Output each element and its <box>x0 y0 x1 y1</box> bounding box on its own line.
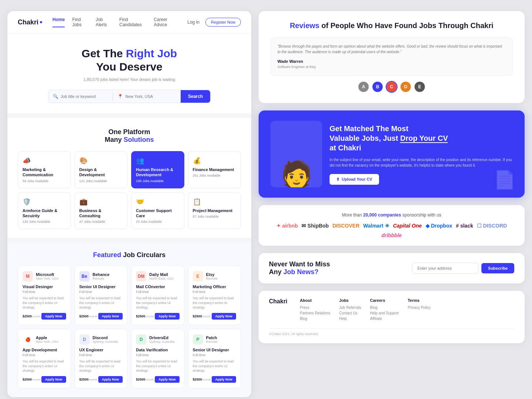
category-jobs: 130 Jobs Available <box>23 220 66 224</box>
footer-link[interactable]: Contact Us <box>339 311 361 315</box>
job-card: E Etsy Remote Marketing Officer Full-tim… <box>188 266 241 325</box>
job-card: 🍎 Apple New York, USA App Development Fu… <box>18 329 71 388</box>
company-airbnb: ✦ airbnb <box>276 223 298 229</box>
company-dribbble: dribbble <box>381 232 402 238</box>
apply-button[interactable]: Apply Now <box>41 313 66 320</box>
avatar-circle[interactable]: D <box>400 81 412 93</box>
company-logo: E <box>193 271 203 282</box>
search-input[interactable] <box>61 94 108 99</box>
company-location: Sydney, Australia <box>149 340 175 344</box>
footer-link[interactable]: Blog <box>370 306 399 310</box>
nav-job-alerts[interactable]: Job Alerts <box>96 17 112 27</box>
job-description: You will be expected to lead the company… <box>23 296 66 310</box>
job-card: D DriversEd Sydney, Australia Data Varif… <box>131 329 184 388</box>
apply-button[interactable]: Apply Now <box>41 376 66 383</box>
register-button[interactable]: Register Now <box>205 18 241 27</box>
companies-section: More than 20,000 companies sponsorship w… <box>259 205 525 246</box>
category-card[interactable]: 👥 Human Research & Development 199 Jobs … <box>131 151 184 188</box>
apply-button[interactable]: Apply Now <box>212 313 236 320</box>
newsletter-form: Subscribe <box>412 263 514 274</box>
category-card[interactable]: 📣 Marketing & Communication 59 Jobs Avai… <box>18 151 71 188</box>
category-icon: 📣 <box>23 157 66 165</box>
footer-link[interactable]: Press <box>300 306 330 310</box>
job-type: Full-time <box>23 353 66 357</box>
newsletter-section: Never Want to Miss Any Job News? Subscri… <box>259 253 525 283</box>
category-jobs: 20 Jobs Available <box>136 220 180 224</box>
apply-button[interactable]: Apply Now <box>155 313 180 320</box>
job-title: Senior UI Designer <box>79 284 123 289</box>
footer-link[interactable]: Help and Support <box>370 311 399 315</box>
footer-link[interactable]: Partners Relations <box>300 311 330 315</box>
avatar-circle[interactable]: A <box>358 81 369 93</box>
category-card[interactable]: 📋 Project Management 87 Jobs Available <box>188 192 241 229</box>
category-name: Business & Consulting <box>79 208 123 219</box>
category-card[interactable]: 🛡️ Armforce Guide & Secuirity 130 Jobs A… <box>18 192 71 229</box>
job-footer: $2500/month Apply Now <box>79 376 123 383</box>
company-info: Apple New York, USA <box>36 335 59 344</box>
job-company-row: P Patch Remote <box>193 334 236 345</box>
job-company-row: DM Daily Mail North-East, USA <box>136 271 180 282</box>
job-title: UX Engineer <box>79 348 123 352</box>
category-icon: 🎨 <box>79 157 123 165</box>
location-input[interactable] <box>125 94 176 99</box>
job-title: Visual Desinger <box>23 284 66 289</box>
category-card[interactable]: 💰 Finance Management 251 Jobs Available <box>188 151 241 188</box>
company-location: New York, USA <box>36 340 59 344</box>
upload-cv-button[interactable]: ⬆ Upload Your CV <box>330 174 379 185</box>
category-card[interactable]: 🎨 Design & Development 121 Jobs Availabl… <box>75 151 128 188</box>
footer-col-heading: Jobs <box>339 298 361 303</box>
reviewer-name: Wade Warren <box>277 58 506 65</box>
job-salary: $2500/month <box>23 314 41 318</box>
footer-link[interactable]: Job Referrals <box>339 306 361 310</box>
search-button[interactable]: Search <box>181 90 210 103</box>
category-card[interactable]: 💼 Business & Consulting 47 Jobs Availabl… <box>75 192 128 229</box>
footer-link[interactable]: Help <box>339 317 361 321</box>
nav-find-candidates[interactable]: Find Candidates <box>119 17 146 27</box>
category-card[interactable]: 🤝 Customer Support Care 20 Jobs Availabl… <box>131 192 184 229</box>
company-info: Behance Remote <box>93 272 110 280</box>
avatar-circle[interactable]: E <box>414 81 426 93</box>
location-wrap: 📍 <box>113 94 181 99</box>
platform-title: One Platform Many Solutions <box>18 128 241 144</box>
job-footer: $2500/month Apply Now <box>193 376 236 383</box>
job-type: Full-time <box>23 290 66 294</box>
footer-link[interactable]: Affiliate <box>370 317 399 321</box>
review-quote: "Browse through the pages and form an op… <box>277 44 506 55</box>
nav-career-advice[interactable]: Career Advice <box>154 17 177 27</box>
avatar-circle[interactable]: B <box>372 81 383 93</box>
login-link[interactable]: Log in <box>187 20 200 25</box>
company-name: Microsoft <box>36 272 59 277</box>
avatar-circle[interactable]: C <box>386 81 398 93</box>
job-footer: $2500/month Apply Now <box>136 313 180 320</box>
company-shipbob: ✉ ShipBob <box>301 223 328 229</box>
apply-button[interactable]: Apply Now <box>212 376 236 383</box>
job-company-row: D DriversEd Sydney, Australia <box>136 334 180 345</box>
footer-link[interactable]: Privacy Policy <box>407 306 430 310</box>
job-type: Full-time <box>136 353 180 357</box>
apply-button[interactable]: Apply Now <box>98 376 123 383</box>
subscribe-button[interactable]: Subscribe <box>481 263 514 273</box>
job-description: You will be expected to lead the company… <box>23 359 66 373</box>
footer-column: AboutPressPartners RelationsBlog <box>300 298 330 322</box>
job-type: Full-time <box>193 353 236 357</box>
apply-button[interactable]: Apply Now <box>98 313 123 320</box>
company-info: Discord Sydney, Australia <box>93 335 118 344</box>
category-name: Customer Support Care <box>136 208 180 219</box>
hero-subtitle: 1,80,570 jobs listed here! Your dream jo… <box>22 77 236 82</box>
company-logo: M <box>23 271 33 282</box>
company-walmart: Walmart ✳ <box>363 223 389 229</box>
company-name: Discord <box>93 335 118 340</box>
footer-column: JobsJob ReferralsContact UsHelp <box>339 298 361 322</box>
footer-link[interactable]: Blog <box>300 317 330 321</box>
company-dropbox: ◆ Dropbox <box>426 223 452 229</box>
job-footer: $2500/month Apply Now <box>23 376 66 383</box>
category-name: Armforce Guide & Secuirity <box>23 208 66 219</box>
newsletter-input[interactable] <box>412 263 478 274</box>
job-title: App Development <box>23 348 66 352</box>
job-footer: $2500/month Apply Now <box>79 313 123 320</box>
cv-content: Get Matched The Most Valuable Jobs, Just… <box>330 124 513 185</box>
nav-home[interactable]: Home <box>52 17 65 27</box>
apply-button[interactable]: Apply Now <box>155 376 180 383</box>
nav-find-jobs[interactable]: Find Jobs <box>72 17 88 27</box>
category-name: Marketing & Communication <box>23 167 66 178</box>
